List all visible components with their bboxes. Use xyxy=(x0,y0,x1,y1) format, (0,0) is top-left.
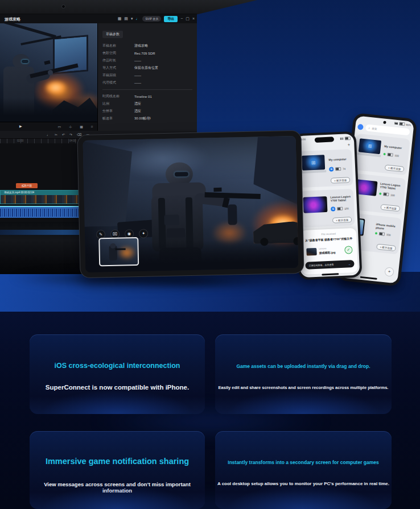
property-label: 比例 xyxy=(102,101,134,106)
grid-icon[interactable]: ▦ xyxy=(80,123,83,131)
vip-badge[interactable]: SVIP 会员 xyxy=(142,16,161,22)
play-icon[interactable]: ▶ xyxy=(19,124,22,128)
device-battery: 100 xyxy=(390,193,395,197)
clip-marker-badge[interactable]: 精彩片段 xyxy=(16,183,38,188)
property-value: —— xyxy=(134,59,141,63)
screenshot-preview[interactable] xyxy=(98,237,139,266)
property-row: 时间线名称Timeline 01 xyxy=(102,93,192,100)
property-label: 作品时长 xyxy=(102,58,134,63)
disconnect-button[interactable]: × 断开连接 xyxy=(385,164,405,172)
feature-subtitle: View messages across screens and don't m… xyxy=(30,481,205,494)
ratio-icon[interactable]: ▭ xyxy=(58,123,61,131)
add-button[interactable]: + xyxy=(348,142,351,147)
device-battery: 100 xyxy=(394,154,399,157)
laptop-thumbnail: ⊞ xyxy=(300,155,326,174)
property-value: Rec.709 SDR xyxy=(134,52,155,55)
audio-clip[interactable] xyxy=(0,206,82,218)
property-row: 导入方式保留在原有位置 xyxy=(102,64,192,72)
windows-logo-icon: ⊞ xyxy=(359,138,381,154)
file-name: 游戏精彩.jpg xyxy=(319,250,335,254)
split-icon[interactable]: ✂ xyxy=(55,131,57,139)
feature-title: iOS cross-ecological interconnection xyxy=(30,362,205,370)
soldier-visor xyxy=(22,60,28,63)
record-icon: ◉ xyxy=(127,231,131,235)
connected-dot xyxy=(375,232,377,234)
device-name: iPhone mobile phone xyxy=(376,222,400,231)
device-name: My computer xyxy=(328,157,351,162)
scene-building-left xyxy=(83,139,134,227)
dynamic-island xyxy=(315,136,334,142)
battery-icon xyxy=(337,207,343,210)
mic-icon[interactable]: ♩ xyxy=(135,14,139,23)
draft-properties-panel: 草稿参数 草稿名称游戏攻略 色彩空间Rec.709 SDR 作品时长—— 导入方… xyxy=(97,23,197,131)
disconnect-label: 断开连接 xyxy=(382,246,392,250)
device-card[interactable]: ⊞ My computer 100 × 断开连接 xyxy=(353,134,410,175)
search-bar[interactable]: ⌕ 搜索 xyxy=(365,124,410,135)
feature-title: Instantly transforms into a secondary sc… xyxy=(215,460,392,465)
feature-subtitle: A cool desktop setup allows you to monit… xyxy=(215,481,392,486)
promo-page: 游戏攻略 ▦ ▤ ▾ ♩ SVIP 会员 导出 − ▢ × xyxy=(0,0,420,509)
add-device-button[interactable]: + xyxy=(384,267,394,277)
property-row: 草稿层级—— xyxy=(102,72,192,79)
panel-toggle-icon[interactable]: ▤ xyxy=(124,14,128,23)
property-row: 帧速率30.00帧/秒 xyxy=(102,115,192,122)
device-name: Lenovo Legion Y700 Tablet xyxy=(380,182,404,191)
editor-titlebar: 游戏攻略 ▦ ▤ ▾ ♩ SVIP 会员 导出 − ▢ × xyxy=(0,14,197,24)
effects-button[interactable]: ✦ xyxy=(139,229,148,238)
minimize-icon[interactable]: − xyxy=(180,14,183,23)
close-icon[interactable]: × xyxy=(192,14,195,23)
feature-card: Instantly transforms into a secondary sc… xyxy=(215,431,392,509)
signal-icon xyxy=(394,122,398,125)
fullscreen-icon[interactable]: ⌑ xyxy=(91,123,93,131)
feature-subtitle: SuperConnect is now compatible with iPho… xyxy=(30,384,205,391)
close-icon: × xyxy=(334,179,336,182)
mic-icon[interactable]: ♩ xyxy=(47,131,50,139)
video-clip[interactable]: 游戏实况.mp4 00:00:02:04 xyxy=(0,190,82,204)
laptop-thumbnail: ⊞ xyxy=(357,138,382,158)
property-label: 分辨率 xyxy=(102,109,134,114)
delete-icon: ⌧ xyxy=(113,232,117,236)
property-value: 保留在原有位置 xyxy=(134,65,158,71)
export-button[interactable]: 导出 xyxy=(164,16,178,22)
property-label: 草稿层级 xyxy=(102,73,134,78)
battery-icon xyxy=(345,136,351,140)
disconnect-button[interactable]: × 断开连接 xyxy=(380,204,400,212)
mini-rifle xyxy=(116,248,126,250)
property-row: 色彩空间Rec.709 SDR xyxy=(102,49,192,57)
maximize-icon[interactable]: ▢ xyxy=(186,14,190,23)
caret-down-icon[interactable]: ▾ xyxy=(131,14,133,23)
property-value: 适应 xyxy=(134,109,141,114)
soldier-visor xyxy=(175,172,188,177)
disconnect-button[interactable]: × 断开连接 xyxy=(332,217,352,223)
redo-icon[interactable]: ↷ xyxy=(69,131,72,139)
fit-icon[interactable]: ⊹ xyxy=(69,123,72,131)
disconnect-button[interactable]: × 断开连接 xyxy=(331,177,350,183)
check-icon: ✓ xyxy=(347,247,350,251)
video-preview xyxy=(0,23,97,122)
property-value: 30.00帧/秒 xyxy=(134,116,151,121)
video-clip-label: 游戏实况.mp4 00:00:02:04 xyxy=(1,191,81,195)
property-label: 帧速率 xyxy=(102,116,134,121)
signal-icon xyxy=(340,138,344,140)
property-label: 色彩空间 xyxy=(102,51,134,56)
scene-beam xyxy=(3,23,56,38)
layout-icon[interactable]: ▦ xyxy=(118,14,122,23)
avatar[interactable] xyxy=(357,124,364,130)
disconnect-button[interactable]: × 断开连接 xyxy=(376,243,396,251)
undo-icon[interactable]: ↶ xyxy=(62,131,65,139)
battery-icon xyxy=(383,192,389,196)
tablet: ✎ ⌧ ◉ ✦ xyxy=(77,131,303,278)
panel-tab[interactable]: 草稿参数 xyxy=(102,31,123,38)
device-card[interactable]: ⊞ My computer ⊞ 74 × 断开连接 xyxy=(298,149,353,188)
tablet-thumbnail xyxy=(303,196,327,213)
effects-icon: ✦ xyxy=(142,231,145,235)
success-check-badge: ✓ xyxy=(344,246,353,254)
saved-banner[interactable]: 已保存到本地，点击查看 → xyxy=(305,260,354,270)
arrow-right-icon: → xyxy=(348,262,351,266)
audio-waveform xyxy=(0,209,82,217)
player-controls: ▶ ▭ ⊹ ▦ ⌑ xyxy=(0,122,97,131)
device-card[interactable]: Lenovo Legion Y700 Tablet ⊞ 100 × 断开连接 xyxy=(300,189,355,227)
property-label: 代理模式 xyxy=(102,80,134,85)
windows-badge: ⊞ xyxy=(331,206,335,211)
device-battery: 100 xyxy=(386,233,391,237)
